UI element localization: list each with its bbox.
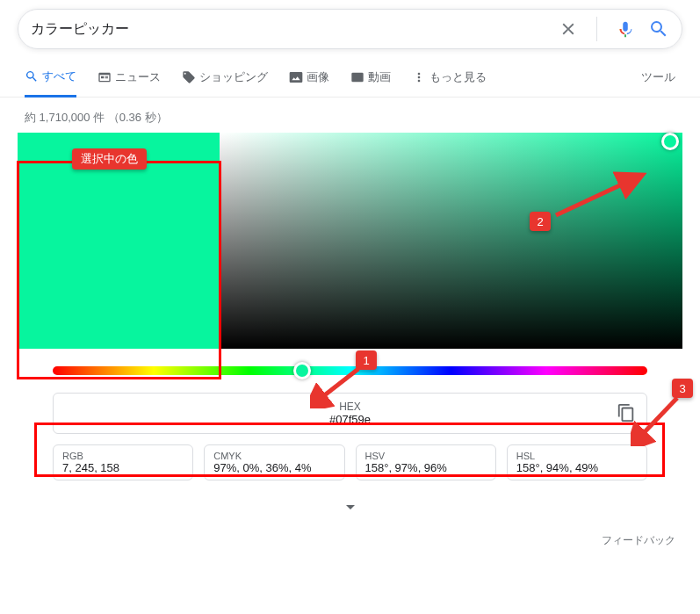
format-rgb[interactable]: RGB 7, 245, 158 [53, 444, 193, 480]
tab-label: すべて [42, 69, 76, 84]
color-picker: HEX #07f59e RGB 7, 245, 158 CMYK 97%, 0%… [18, 133, 682, 526]
format-hsv[interactable]: HSV 158°, 97%, 96% [356, 444, 496, 480]
tab-news[interactable]: ニュース [97, 69, 161, 96]
hue-handle[interactable] [293, 362, 311, 379]
more-icon [412, 70, 426, 84]
tab-label: 動画 [368, 69, 391, 85]
format-value: 158°, 94%, 49% [516, 461, 638, 474]
search-bar [18, 9, 682, 49]
tab-more[interactable]: もっと見る [412, 69, 487, 96]
format-value: 158°, 97%, 96% [365, 461, 487, 474]
tabs-bar: すべて ニュース ショッピング 画像 動画 もっと見る ツール [0, 69, 700, 98]
format-label: RGB [62, 451, 184, 461]
copy-icon[interactable] [617, 403, 638, 424]
video-icon [350, 70, 364, 84]
tab-all[interactable]: すべて [25, 69, 76, 98]
sv-handle[interactable] [661, 133, 679, 150]
hue-slider[interactable] [53, 366, 647, 375]
format-label: HSL [516, 451, 638, 461]
tab-images[interactable]: 画像 [289, 69, 329, 96]
tag-icon [182, 70, 196, 84]
news-icon [97, 70, 112, 84]
tab-label: ニュース [115, 69, 161, 85]
format-cmyk[interactable]: CMYK 97%, 0%, 36%, 4% [204, 444, 344, 480]
tools-button[interactable]: ツール [641, 69, 675, 96]
saturation-value-panel[interactable] [220, 133, 682, 349]
format-hsl[interactable]: HSL 158°, 94%, 49% [507, 444, 647, 480]
result-stats: 約 1,710,000 件 （0.36 秒） [0, 98, 700, 133]
hex-label: HEX [61, 401, 639, 413]
tab-videos[interactable]: 動画 [350, 69, 391, 96]
tab-shopping[interactable]: ショッピング [182, 69, 268, 96]
format-value: 97%, 0%, 36%, 4% [213, 461, 335, 474]
tab-label: ショッピング [199, 69, 268, 85]
search-icon[interactable] [648, 18, 669, 40]
hex-value: #07f59e [61, 413, 639, 426]
format-value: 7, 245, 158 [62, 461, 184, 474]
search-input[interactable] [31, 21, 558, 37]
format-label: HSV [365, 451, 487, 461]
hex-box[interactable]: HEX #07f59e [53, 393, 647, 434]
expand-button[interactable] [18, 482, 682, 526]
format-label: CMYK [213, 451, 335, 461]
chevron-down-icon [340, 496, 361, 517]
voice-search-icon[interactable] [615, 18, 636, 40]
clear-icon[interactable] [558, 18, 579, 40]
search-icon [25, 69, 39, 83]
tab-label: 画像 [307, 69, 329, 85]
tab-label: もっと見る [429, 69, 487, 85]
color-swatch [18, 133, 220, 349]
feedback-link[interactable]: フィードバック [0, 526, 700, 555]
image-icon [289, 70, 303, 84]
